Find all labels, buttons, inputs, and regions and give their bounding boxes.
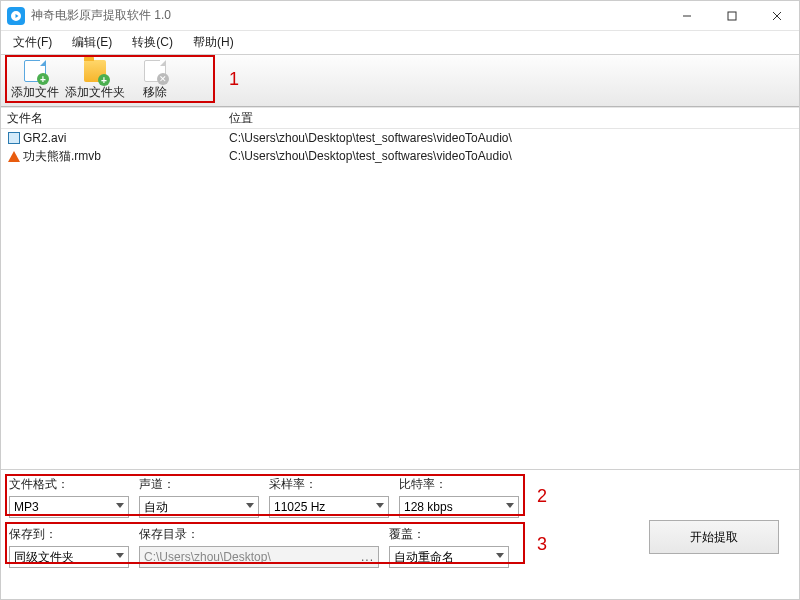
settings-panel: 文件格式： MP3 声道： 自动 采样率： 11025 Hz 比特率： 128 …	[1, 469, 799, 584]
menu-convert[interactable]: 转换(C)	[126, 32, 179, 53]
file-list: GR2.avi C:\Users\zhou\Desktop\test_softw…	[1, 129, 799, 469]
close-button[interactable]	[754, 1, 799, 31]
maximize-button[interactable]	[709, 1, 754, 31]
column-header: 文件名 位置	[1, 107, 799, 129]
remove-label: 移除	[143, 84, 167, 101]
add-folder-button[interactable]: + 添加文件夹	[63, 57, 127, 105]
vlc-file-icon	[7, 149, 21, 163]
menu-edit[interactable]: 编辑(E)	[66, 32, 118, 53]
savedir-input[interactable]: C:\Users\zhou\Desktop\...	[139, 546, 379, 568]
chevron-down-icon	[506, 503, 514, 508]
start-extract-button[interactable]: 开始提取	[649, 520, 779, 554]
table-row[interactable]: 功夫熊猫.rmvb C:\Users\zhou\Desktop\test_sof…	[1, 147, 799, 165]
savedir-label: 保存目录：	[139, 526, 379, 543]
channel-label: 声道：	[139, 476, 259, 493]
format-select[interactable]: MP3	[9, 496, 129, 518]
format-label: 文件格式：	[9, 476, 129, 493]
minimize-button[interactable]	[664, 1, 709, 31]
channel-select[interactable]: 自动	[139, 496, 259, 518]
file-path: C:\Users\zhou\Desktop\test_softwares\vid…	[223, 149, 799, 163]
remove-button[interactable]: ✕ 移除	[127, 57, 183, 105]
chevron-down-icon	[376, 503, 384, 508]
file-remove-icon: ✕	[144, 60, 166, 82]
add-file-label: 添加文件	[11, 84, 59, 101]
table-row[interactable]: GR2.avi C:\Users\zhou\Desktop\test_softw…	[1, 129, 799, 147]
col-path[interactable]: 位置	[223, 110, 799, 127]
chevron-down-icon	[496, 553, 504, 558]
overwrite-label: 覆盖：	[389, 526, 509, 543]
col-filename[interactable]: 文件名	[1, 110, 223, 127]
add-file-button[interactable]: + 添加文件	[7, 57, 63, 105]
folder-add-icon: +	[84, 60, 106, 82]
svg-rect-1	[728, 12, 736, 20]
overwrite-select[interactable]: 自动重命名	[389, 546, 509, 568]
window-title: 神奇电影原声提取软件 1.0	[31, 7, 171, 24]
saveto-label: 保存到：	[9, 526, 129, 543]
samplerate-label: 采样率：	[269, 476, 389, 493]
file-name: GR2.avi	[23, 131, 66, 145]
file-path: C:\Users\zhou\Desktop\test_softwares\vid…	[223, 131, 799, 145]
file-name: 功夫熊猫.rmvb	[23, 148, 101, 165]
annotation-number-2: 2	[537, 486, 547, 507]
avi-file-icon	[7, 131, 21, 145]
bitrate-label: 比特率：	[399, 476, 519, 493]
annotation-number-3: 3	[537, 534, 547, 555]
chevron-down-icon	[246, 503, 254, 508]
bitrate-select[interactable]: 128 kbps	[399, 496, 519, 518]
app-logo-icon	[7, 7, 25, 25]
saveto-select[interactable]: 同级文件夹	[9, 546, 129, 568]
chevron-down-icon	[116, 553, 124, 558]
browse-icon[interactable]: ...	[361, 550, 374, 564]
menu-help[interactable]: 帮助(H)	[187, 32, 240, 53]
toolbar: + 添加文件 + 添加文件夹 ✕ 移除	[1, 55, 799, 107]
file-add-icon: +	[24, 60, 46, 82]
add-folder-label: 添加文件夹	[65, 84, 125, 101]
chevron-down-icon	[116, 503, 124, 508]
annotation-number-1: 1	[229, 69, 239, 90]
menu-file[interactable]: 文件(F)	[7, 32, 58, 53]
menu-bar: 文件(F) 编辑(E) 转换(C) 帮助(H)	[1, 31, 799, 55]
samplerate-select[interactable]: 11025 Hz	[269, 496, 389, 518]
